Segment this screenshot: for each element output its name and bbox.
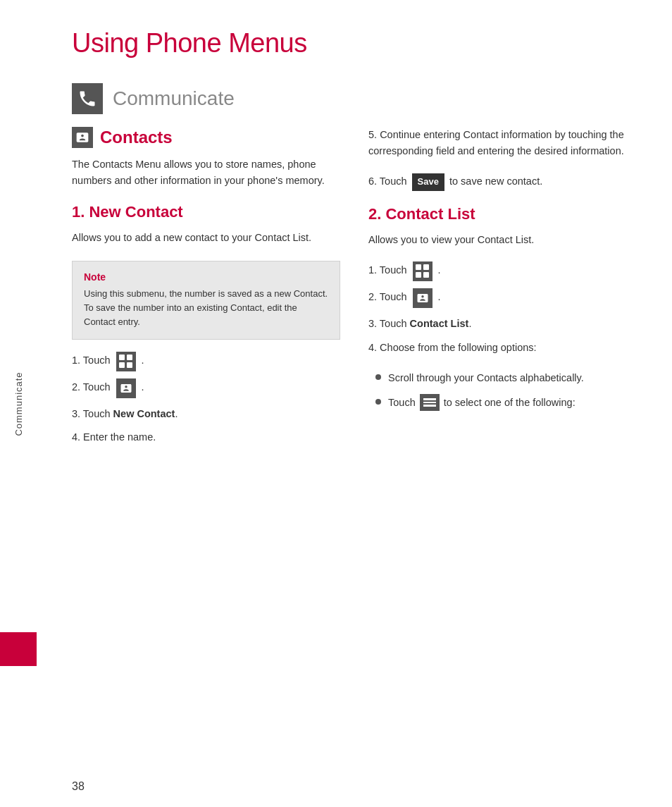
- new-contact-bold: New Contact: [113, 408, 175, 419]
- new-contact-heading: 1. New Contact: [72, 203, 340, 221]
- cl-step-3: 3. Touch Contact List.: [368, 316, 637, 332]
- contacts-icon-box: [72, 127, 93, 148]
- contacts-heading: Contacts: [100, 128, 173, 147]
- contacts-small-icon: [75, 130, 89, 144]
- cl-step-2-num: 2. Touch: [368, 289, 407, 305]
- contacts-icon-svg-2: [120, 382, 132, 395]
- bullet-dot-2: [375, 399, 381, 405]
- note-title: Note: [84, 271, 328, 283]
- step-1-num: 1. Touch: [72, 352, 111, 369]
- page-title: Using Phone Menus: [72, 28, 637, 58]
- phone-icon: [77, 89, 97, 109]
- page-number: 38: [37, 780, 120, 793]
- grid-dots-cl1: [416, 264, 430, 278]
- bullet-1-text: Scroll through your Contacts alphabetica…: [388, 370, 584, 386]
- col-left: Contacts The Contacts Menu allows you to…: [72, 127, 340, 460]
- communicate-header: Communicate: [72, 83, 637, 114]
- step-2-num: 2. Touch: [72, 379, 111, 395]
- main-content: Using Phone Menus Communicate: [37, 0, 672, 807]
- two-col-layout: Contacts The Contacts Menu allows you to…: [72, 127, 637, 460]
- bullet-2-text: Touch to select one of the following:: [388, 395, 575, 412]
- contact-list-bullets: Scroll through your Contacts alphabetica…: [375, 370, 637, 412]
- contact-list-heading: 2. Contact List: [368, 205, 637, 223]
- step-3: 3. Touch New Contact.: [72, 406, 340, 422]
- step-1: 1. Touch .: [72, 352, 340, 372]
- bullet-2: Touch to select one of the following:: [375, 395, 637, 412]
- contacts-icon-cl2: [413, 288, 433, 308]
- cl-step-2: 2. Touch .: [368, 289, 637, 309]
- contact-list-bold: Contact List: [410, 318, 469, 329]
- cl-step-1: 1. Touch .: [368, 262, 637, 282]
- save-button-label: Save: [412, 173, 444, 191]
- phone-icon-box: [72, 83, 103, 114]
- grid-dots-1: [119, 355, 133, 369]
- cl-step-1-num: 1. Touch: [368, 262, 407, 278]
- bullet-dot-1: [375, 374, 381, 380]
- contacts-heading-row: Contacts: [72, 127, 340, 148]
- contacts-icon-2: [116, 378, 136, 398]
- menu-lines: [423, 398, 436, 407]
- bullet-1: Scroll through your Contacts alphabetica…: [375, 370, 637, 386]
- col-right: 5. Continue entering Contact information…: [368, 127, 637, 420]
- contacts-body: The Contacts Menu allows you to store na…: [72, 156, 340, 189]
- sidebar-accent: [0, 632, 37, 666]
- contact-list-steps: 1. Touch . 2. Touch: [368, 262, 637, 355]
- step-4: 4. Enter the name.: [72, 429, 340, 445]
- grid-icon-cl1: [413, 261, 433, 281]
- new-contact-steps: 1. Touch . 2. Touch: [72, 352, 340, 445]
- cl-step-4: 4. Choose from the following options:: [368, 340, 637, 356]
- grid-icon-1: [116, 352, 136, 371]
- sidebar: Communicate: [0, 0, 37, 807]
- step-6: 6. Touch Save to save new contact.: [368, 173, 637, 191]
- contact-list-description: Allows you to view your Contact List.: [368, 232, 637, 248]
- contacts-icon-svg-cl2: [416, 292, 429, 304]
- note-body: Using this submenu, the number is saved …: [84, 287, 328, 329]
- communicate-text: Communicate: [113, 87, 235, 110]
- sidebar-label: Communicate: [13, 371, 24, 436]
- new-contact-description: Allows you to add a new contact to your …: [72, 230, 340, 246]
- note-box: Note Using this submenu, the number is s…: [72, 261, 340, 340]
- menu-icon: [420, 394, 440, 411]
- step-5: 5. Continue entering Contact information…: [368, 127, 637, 159]
- step-2: 2. Touch .: [72, 379, 340, 399]
